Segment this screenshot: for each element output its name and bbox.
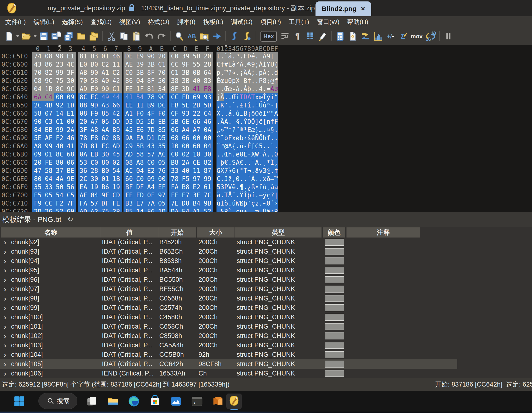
- color-swatch[interactable]: [325, 295, 344, 302]
- hex-text-char[interactable]: ~: [263, 199, 266, 207]
- hex-text-char[interactable]: ü: [239, 142, 243, 150]
- hex-byte[interactable]: 00: [54, 93, 65, 101]
- hex-text-char[interactable]: @: [270, 77, 274, 85]
- menu-item-4[interactable]: 视图(V): [115, 16, 144, 27]
- hex-byte[interactable]: 5B: [169, 117, 180, 126]
- hex-byte[interactable]: 70: [78, 77, 89, 85]
- hex-byte[interactable]: 05: [156, 199, 168, 207]
- hex-byte[interactable]: B9: [111, 126, 122, 134]
- hex-text-char[interactable]: F: [274, 117, 278, 126]
- hex-text-char[interactable]: Ø: [266, 199, 270, 207]
- hex-text-char[interactable]: f: [270, 117, 274, 126]
- close-all-button[interactable]: [88, 30, 99, 42]
- goto-button[interactable]: [211, 30, 222, 42]
- hex-byte[interactable]: 78: [78, 134, 89, 142]
- hex-byte[interactable]: CD: [111, 191, 122, 199]
- hex-text-char[interactable]: 3: [220, 183, 224, 191]
- hex-text-char[interactable]: ^: [217, 134, 220, 142]
- hex-byte[interactable]: 58: [89, 77, 100, 85]
- template-row[interactable]: ›chunk[101]IDAT (Critical, P...C658Ch200…: [0, 322, 457, 331]
- hex-text-char[interactable]: .: [217, 117, 220, 126]
- hex-byte[interactable]: 58: [134, 150, 146, 158]
- editor-010-icon[interactable]: [226, 394, 242, 409]
- hex-text-char[interactable]: .: [228, 158, 232, 167]
- hex-text-char[interactable]: .: [274, 134, 278, 142]
- hex-byte[interactable]: 86: [43, 60, 54, 68]
- hex-byte[interactable]: 54: [111, 167, 122, 175]
- hex-byte[interactable]: 99: [54, 126, 65, 134]
- hex-text-char[interactable]: .: [255, 85, 259, 93]
- hex-text-char[interactable]: ¤: [255, 183, 259, 191]
- hex-byte[interactable]: 9F: [180, 60, 191, 68]
- hex-byte[interactable]: 2D: [191, 101, 202, 109]
- column-header-5[interactable]: 颜色: [323, 227, 345, 238]
- hex-byte[interactable]: 50: [54, 183, 65, 191]
- hex-byte[interactable]: 78: [145, 93, 156, 101]
- hex-text-char[interactable]: 9: [251, 60, 255, 68]
- hex-text-char[interactable]: .: [274, 126, 278, 134]
- hex-text-char[interactable]: ¡: [247, 109, 251, 117]
- expand-chevron-icon[interactable]: ›: [4, 247, 6, 256]
- hex-text-char[interactable]: i: [270, 93, 274, 101]
- hex-text-char[interactable]: .: [243, 60, 247, 68]
- template-row[interactable]: ›chunk[104]IDAT (Critical, P...CC5B0h92h…: [0, 350, 457, 359]
- hex-text-char[interactable]: f: [266, 134, 270, 142]
- hex-text-char[interactable]: 7: [224, 167, 228, 175]
- hex-byte[interactable]: AF: [43, 134, 54, 142]
- hex-byte[interactable]: 1B: [43, 85, 54, 93]
- hex-text-char[interactable]: õ: [266, 175, 270, 183]
- template-row[interactable]: ›chunk[93]IDAT (Critical, P...B652Ch200C…: [0, 247, 457, 256]
- hex-text-char[interactable]: ;: [266, 68, 270, 77]
- hex-text-char[interactable]: ù: [236, 109, 239, 117]
- menu-item-0[interactable]: 文件(F): [1, 16, 29, 27]
- hex-byte[interactable]: DD: [111, 117, 122, 126]
- hex-text-char[interactable]: ™: [224, 68, 228, 77]
- hex-byte[interactable]: 1F: [134, 85, 146, 93]
- hex-byte[interactable]: 11: [111, 60, 122, 68]
- hex-text-char[interactable]: .: [266, 142, 270, 150]
- expand-chevron-icon[interactable]: ›: [4, 313, 6, 322]
- color-swatch[interactable]: [325, 304, 344, 311]
- hex-byte[interactable]: BF: [124, 183, 134, 191]
- hex-text-char[interactable]: .: [217, 150, 220, 158]
- expand-chevron-icon[interactable]: ›: [4, 294, 6, 303]
- hex-text-char[interactable]: .: [266, 150, 270, 158]
- hex-text-char[interactable]: d: [274, 68, 278, 77]
- column-header-2[interactable]: 开始: [158, 227, 196, 238]
- hex-byte[interactable]: FE: [124, 191, 134, 199]
- hex-byte[interactable]: 2B: [111, 207, 122, 212]
- hex-byte[interactable]: FC: [100, 142, 111, 150]
- hex-byte[interactable]: 7C: [202, 191, 213, 199]
- file-explorer-icon[interactable]: [105, 394, 121, 409]
- hex-byte[interactable]: D8: [180, 199, 191, 207]
- hex-byte[interactable]: E0: [78, 60, 89, 68]
- hex-byte[interactable]: 05: [43, 191, 54, 199]
- hex-text-char[interactable]: W: [236, 199, 239, 207]
- pause-button[interactable]: [443, 30, 454, 42]
- hex-text-char[interactable]: Õ: [251, 117, 255, 126]
- hex-byte[interactable]: B6: [100, 183, 111, 191]
- hex-text-char[interactable]: ¨: [236, 126, 239, 134]
- hex-text-char[interactable]: Ý: [243, 117, 247, 126]
- hex-byte[interactable]: FA: [169, 183, 180, 191]
- hex-text-char[interactable]: ý: [266, 93, 270, 101]
- hex-text-char[interactable]: .: [239, 175, 243, 183]
- hex-text-char[interactable]: =: [266, 85, 270, 93]
- hex-text-char[interactable]: }: [255, 126, 259, 134]
- hex-byte[interactable]: 68: [169, 134, 180, 142]
- color-swatch[interactable]: [325, 276, 344, 283]
- hex-text-char[interactable]: |: [274, 191, 278, 199]
- color-swatch[interactable]: [325, 248, 344, 255]
- hex-text-char[interactable]: â: [255, 167, 259, 175]
- hex-byte[interactable]: 52: [54, 207, 65, 212]
- hex-text-char[interactable]: ‚: [274, 158, 278, 167]
- hex-text-char[interactable]: Ì: [220, 199, 224, 207]
- hex-text-char[interactable]: í: [251, 191, 255, 199]
- hex-text-char[interactable]: [274, 52, 278, 60]
- hex-text-char[interactable]: ¨: [251, 158, 255, 167]
- hex-byte[interactable]: 20: [202, 52, 213, 60]
- hex-text-char[interactable]: á: [228, 109, 232, 117]
- hex-text-char[interactable]: E: [243, 150, 247, 158]
- color-swatch[interactable]: [325, 267, 344, 274]
- hex-text-char[interactable]: [239, 77, 243, 85]
